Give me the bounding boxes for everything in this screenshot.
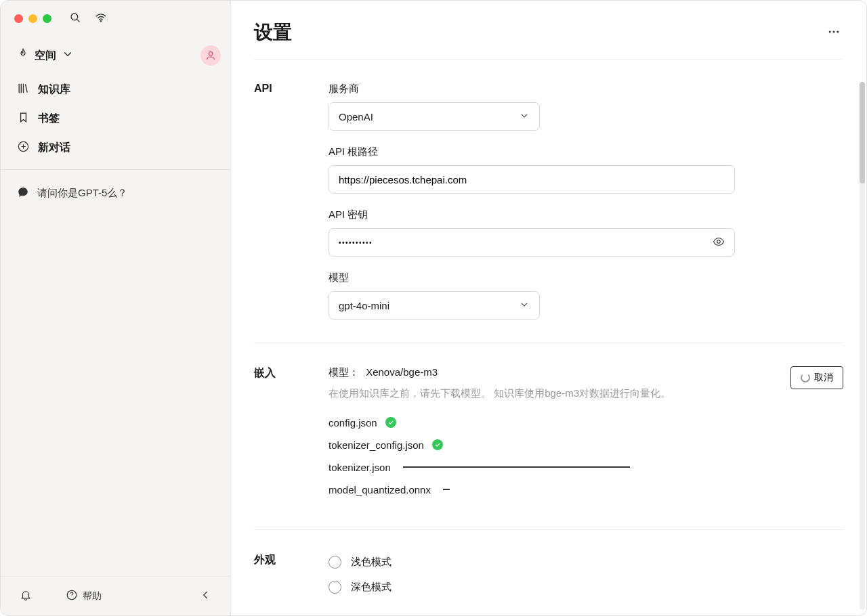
minimize-window-button[interactable] [28, 14, 37, 23]
books-icon [17, 82, 30, 97]
file-name: config.json [329, 417, 377, 428]
sidebar: 空间 知识库 书签 [1, 1, 231, 615]
chevron-down-icon [519, 299, 530, 312]
theme-label: 浅色模式 [351, 556, 392, 569]
check-icon [432, 439, 443, 450]
cancel-label: 取消 [814, 372, 833, 384]
sidebar-bottom: 帮助 [1, 576, 230, 615]
section-label: 外观 [254, 553, 315, 594]
radio-icon [329, 556, 341, 569]
space-label: 空间 [35, 49, 56, 63]
base-url-label: API 根路径 [329, 146, 843, 158]
help-button[interactable]: 帮助 [66, 589, 102, 603]
scrollbar[interactable] [860, 82, 865, 610]
section-embed: 嵌入 模型： Xenova/bge-m3 在使用知识库之前，请先下载模型。 知识… [254, 343, 843, 529]
provider-select[interactable]: OpenAI [329, 102, 540, 131]
nav-bookmarks[interactable]: 书签 [10, 104, 221, 133]
api-key-label: API 密钥 [329, 208, 843, 221]
divider [1, 169, 230, 170]
section-label: 嵌入 [254, 366, 315, 506]
file-row: tokenizer_config.json [329, 439, 843, 451]
svg-point-6 [833, 30, 835, 32]
main: 设置 API 服务商 OpenAI API 根 [231, 1, 866, 615]
chat-bubble-icon [17, 186, 29, 200]
back-arrow-icon[interactable] [199, 589, 211, 603]
file-name: model_quantized.onnx [329, 484, 431, 496]
svg-point-5 [829, 30, 831, 32]
svg-point-2 [209, 52, 212, 56]
chat-title: 请问你是GPT-5么？ [37, 187, 127, 200]
page-title: 设置 [254, 20, 292, 45]
titlebar [1, 1, 230, 36]
model-value: gpt-4o-mini [339, 300, 389, 311]
search-icon[interactable] [69, 12, 81, 26]
api-key-input[interactable] [339, 239, 725, 246]
progress-bar [403, 466, 630, 468]
nav-knowledge[interactable]: 知识库 [10, 75, 221, 104]
space-selector[interactable]: 空间 [10, 43, 81, 68]
section-label: API [254, 83, 315, 320]
scrollbar-thumb[interactable] [860, 82, 865, 183]
file-row: tokenizer.json [329, 462, 843, 473]
help-label: 帮助 [83, 590, 102, 602]
nav-list: 知识库 书签 新对话 [1, 75, 230, 162]
embed-model-label: 模型： [329, 366, 359, 378]
provider-value: OpenAI [339, 111, 373, 123]
chevron-down-icon [519, 110, 530, 123]
avatar[interactable] [200, 45, 221, 66]
wifi-icon[interactable] [95, 12, 107, 26]
section-appearance: 外观 浅色模式 深色模式 [254, 529, 843, 594]
cancel-button[interactable]: 取消 [790, 366, 843, 389]
base-url-input[interactable] [339, 174, 725, 185]
nav-label: 书签 [38, 112, 60, 126]
chat-list: 请问你是GPT-5么？ [1, 174, 230, 576]
chat-item[interactable]: 请问你是GPT-5么？ [10, 179, 221, 207]
radio-icon [329, 581, 341, 594]
section-api: API 服务商 OpenAI API 根路径 [254, 59, 843, 343]
embed-model-value: Xenova/bge-m3 [366, 366, 438, 378]
nav-label: 新对话 [38, 141, 70, 155]
progress-fill [403, 466, 630, 468]
file-name: tokenizer_config.json [329, 439, 424, 451]
theme-option-light[interactable]: 浅色模式 [329, 556, 843, 569]
progress-bar [443, 489, 450, 490]
file-row: config.json [329, 417, 843, 428]
close-window-button[interactable] [14, 14, 23, 23]
theme-label: 深色模式 [351, 581, 392, 594]
nav-label: 知识库 [38, 83, 70, 97]
svg-point-7 [837, 30, 839, 32]
file-row: model_quantized.onnx [329, 484, 843, 496]
show-password-button[interactable] [713, 236, 725, 250]
base-url-input-wrapper [329, 165, 735, 194]
plus-circle-icon [17, 140, 30, 156]
nav-new-chat[interactable]: 新对话 [10, 133, 221, 162]
file-name: tokenizer.json [329, 462, 391, 473]
provider-label: 服务商 [329, 83, 843, 95]
more-button[interactable] [824, 22, 843, 43]
model-label: 模型 [329, 271, 843, 284]
check-icon [385, 417, 396, 428]
svg-point-1 [100, 20, 102, 22]
spinner-icon [801, 373, 810, 382]
maximize-window-button[interactable] [43, 14, 51, 23]
bell-icon[interactable] [20, 589, 32, 603]
svg-point-8 [717, 240, 721, 243]
theme-option-dark[interactable]: 深色模式 [329, 581, 843, 594]
chevron-down-icon [62, 48, 74, 63]
embed-description: 在使用知识库之前，请先下载模型。 知识库使用bge-m3对数据进行向量化。 [329, 384, 790, 402]
help-icon [66, 589, 78, 603]
bookmark-icon [17, 111, 30, 127]
traffic-lights [14, 14, 51, 23]
flame-icon [17, 48, 29, 63]
api-key-input-wrapper [329, 228, 735, 257]
model-select[interactable]: gpt-4o-mini [329, 291, 540, 320]
